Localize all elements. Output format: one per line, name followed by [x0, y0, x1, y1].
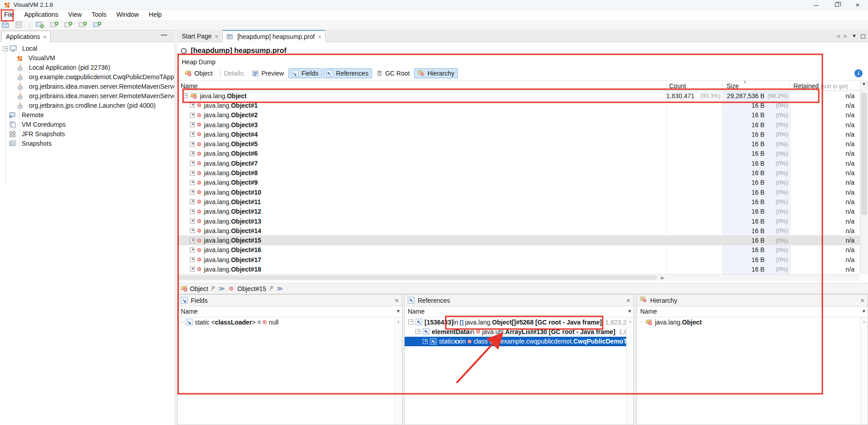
breadcrumb-instance[interactable]: Object#15 [227, 285, 266, 292]
pin-icon[interactable] [210, 286, 216, 291]
save-icon[interactable] [15, 21, 24, 29]
expander-icon[interactable] [190, 209, 195, 214]
references-scroll-lane[interactable]: ▲ [626, 317, 633, 425]
tab-heapdump[interactable]: [heapdump] heapsump.prof× [222, 30, 326, 42]
table-row[interactable]: java.lang.Object#14 16 B(0%) n/a [177, 226, 860, 235]
table-row[interactable]: java.lang.Object#2 16 B(0%) n/a [177, 110, 860, 120]
hierarchy-scroll-lane[interactable]: ▲ [860, 317, 868, 425]
table-row[interactable]: java.lang.Object#18 16 B(0%) n/a [177, 264, 860, 274]
close-button[interactable]: × [847, 0, 868, 10]
hierarchy-button[interactable]: Hierarchy [414, 68, 458, 78]
tree-item-local[interactable]: Local [0, 44, 174, 53]
column-chooser-icon[interactable]: ▼ [396, 309, 401, 314]
expander-icon[interactable] [190, 180, 195, 185]
tab-close-icon[interactable]: × [215, 33, 218, 40]
table-row[interactable]: java.lang.Object#10 16 B(0%) n/a [177, 187, 860, 197]
table-row-root[interactable]: java.lang.Object 1,830,471(93.3%) 29,287… [177, 91, 860, 100]
tree-item-visualvm[interactable]: VisualVM [0, 53, 174, 63]
table-row[interactable]: java.lang.Object#15 16 B(0%) n/a [177, 235, 860, 245]
expander-icon[interactable] [3, 46, 8, 51]
menu-help[interactable]: Help [145, 10, 166, 19]
scroll-right-icon[interactable]: ▶ [661, 275, 665, 280]
table-row[interactable]: java.lang.Object#4 16 B(0%) n/a [177, 129, 860, 139]
fields-scroll-lane[interactable]: ▲ [395, 317, 402, 425]
table-row[interactable]: java.lang.Object#6 16 B(0%) n/a [177, 149, 860, 158]
collapse-panel-icon[interactable]: — [160, 32, 168, 39]
table-row[interactable]: java.lang.Object#8 16 B(0%) n/a [177, 168, 860, 177]
table-row[interactable]: java.lang.Object#16 16 B(0%) n/a [177, 245, 860, 255]
expander-icon[interactable] [190, 248, 195, 253]
table-row[interactable]: java.lang.Object#1 16 B(0%) n/a [177, 100, 860, 110]
column-retained[interactable]: Retained (sort to get) [793, 82, 848, 90]
menu-file[interactable]: File [0, 10, 19, 19]
maximize-view-icon[interactable] [861, 34, 865, 38]
close-icon[interactable]: × [395, 296, 399, 304]
references-button[interactable]: ↖ References [323, 68, 372, 78]
expander-icon[interactable] [190, 238, 195, 243]
column-size[interactable]: Size [726, 82, 739, 90]
expander-icon[interactable] [190, 132, 195, 137]
column-name[interactable]: Name [181, 308, 198, 315]
add-jmx-icon[interactable] [50, 21, 59, 29]
expander-icon[interactable] [190, 142, 195, 147]
tab-close-icon[interactable]: × [43, 33, 47, 40]
table-row[interactable]: java.lang.Object#7 16 B(0%) n/a [177, 158, 860, 168]
pin-icon[interactable] [268, 286, 274, 291]
expander-icon[interactable] [190, 171, 195, 176]
expander-icon[interactable] [190, 190, 195, 195]
fields-button[interactable]: ↘ Fields [288, 68, 322, 78]
table-row[interactable]: java.lang.Object#17 16 B(0%) n/a [177, 255, 860, 264]
table-row[interactable]: java.lang.Object#12 16 B(0%) n/a [177, 207, 860, 216]
expander-icon[interactable] [415, 329, 420, 334]
horizontal-scrollbar[interactable]: ▶ [177, 274, 860, 281]
preview-button[interactable]: Preview [249, 68, 288, 78]
tree-item-cwqpublicdemo[interactable]: org.example.cwqpublicdemot.CwqPublicDemo… [0, 72, 174, 82]
add-snapshot-icon[interactable] [64, 21, 73, 29]
vertical-scrollbar[interactable]: ▼ [860, 80, 868, 274]
tree-item-local-application[interactable]: Local Application (pid 22736) [0, 63, 174, 72]
column-name[interactable]: Name [408, 308, 425, 315]
info-icon[interactable]: i [854, 69, 863, 77]
tab-start-page[interactable]: Start Page× [178, 31, 222, 42]
scroll-up-icon[interactable]: ▲ [628, 319, 632, 324]
scroll-up-icon[interactable]: ▲ [396, 319, 401, 324]
menu-view[interactable]: View [64, 10, 86, 19]
object-button[interactable]: Object [181, 68, 216, 78]
expander-icon[interactable] [183, 93, 188, 98]
nav-forward-icon[interactable]: ▶ [844, 33, 848, 38]
tab-close-icon[interactable]: × [318, 33, 321, 40]
tree-item-snapshots[interactable]: Snapshots [0, 139, 174, 148]
expander-icon[interactable] [190, 257, 195, 262]
load-snapshot-icon[interactable] [2, 21, 10, 29]
menu-window[interactable]: Window [112, 10, 143, 19]
expander-icon[interactable] [190, 151, 195, 156]
scrollbar-thumb[interactable] [861, 93, 867, 215]
tree-item-vm-coredumps[interactable]: VM Coredumps [0, 120, 174, 129]
column-chooser-icon[interactable]: ▼ [627, 309, 632, 314]
scroll-up-icon[interactable]: ▲ [862, 319, 866, 324]
expander-icon[interactable] [190, 219, 195, 224]
table-row[interactable]: java.lang.Object#13 16 B(0%) n/a [177, 216, 860, 226]
expander-icon[interactable] [190, 161, 195, 166]
tree-item-jfr-snapshots[interactable]: JFR Snapshots [0, 129, 174, 139]
table-row[interactable]: java.lang.Object#5 16 B(0%) n/a [177, 139, 860, 148]
expander-icon[interactable] [190, 267, 195, 272]
expander-icon[interactable] [190, 103, 195, 108]
gc-root-button[interactable]: GC Root [373, 68, 413, 78]
table-row[interactable]: java.lang.Object#11 16 B(0%) n/a [177, 197, 860, 206]
restore-button[interactable] [826, 0, 847, 10]
column-name[interactable]: Name [181, 82, 198, 90]
hierarchy-row[interactable]: ┄ java.lang.Object [637, 317, 868, 327]
expander-icon[interactable] [423, 339, 428, 344]
column-name[interactable]: Name [640, 308, 657, 315]
close-icon[interactable]: × [626, 296, 630, 304]
tree-item-maven-server-1[interactable]: org.jetbrains.idea.maven.server.RemoteMa… [0, 82, 174, 91]
column-chooser-icon[interactable]: ▼ [862, 81, 866, 86]
tree-item-jps-launcher[interactable]: org.jetbrains.jps.cmdline.Launcher (pid … [0, 101, 174, 110]
add-coredump-icon[interactable] [79, 21, 88, 29]
minimize-button[interactable] [806, 0, 826, 10]
expander-icon[interactable] [408, 320, 413, 325]
tree-item-maven-server-2[interactable]: org.jetbrains.idea.maven.server.RemoteMa… [0, 91, 174, 101]
tab-list-icon[interactable]: ▼ [852, 33, 857, 38]
table-row[interactable]: java.lang.Object#9 16 B(0%) n/a [177, 178, 860, 187]
